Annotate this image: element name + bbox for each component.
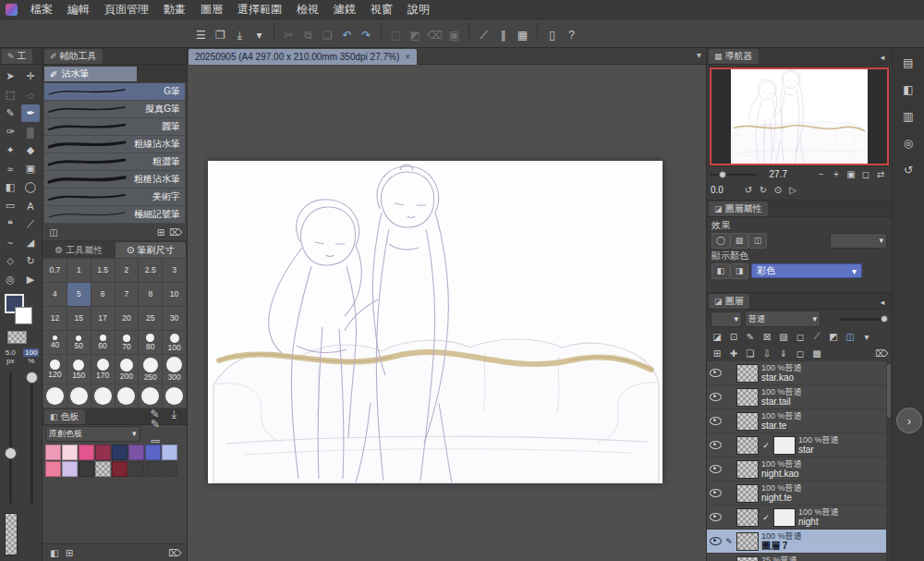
close-icon[interactable]: × xyxy=(405,52,410,62)
correct-line-tool[interactable]: ~ xyxy=(1,234,19,251)
menu-edit[interactable]: 編輯 xyxy=(60,3,97,16)
marquee-tool[interactable]: ⬚ xyxy=(1,86,19,104)
brush-size-cell[interactable]: 80 xyxy=(139,331,162,354)
zoom-tool[interactable]: ◎ xyxy=(1,271,19,288)
material-panel-tab[interactable]: ◧ xyxy=(898,80,918,99)
lock-layer-icon[interactable]: ⊠ xyxy=(760,330,774,344)
layer-row[interactable]: 100 %普通star.tail xyxy=(707,385,892,409)
brush-size-cell[interactable]: 40 xyxy=(43,331,67,354)
subtool-item[interactable]: 粗線沾水筆 xyxy=(44,136,185,153)
layer-visibility-toggle[interactable] xyxy=(709,417,722,425)
zoom-in-button[interactable]: + xyxy=(829,167,844,181)
dip-pen-tool[interactable]: ✒ xyxy=(21,104,40,122)
create-layer-mask-button[interactable]: ◻ xyxy=(793,347,808,360)
eyedropper-tool[interactable]: ◢ xyxy=(21,234,40,251)
menu-filter[interactable]: 濾鏡 xyxy=(326,3,363,16)
layer-property-panel-tab[interactable]: ◪ 圖層屬性 xyxy=(709,201,768,216)
subtool-group-tab[interactable]: ✐ 沾水筆 xyxy=(44,67,137,81)
brush-size-cell[interactable]: 70 xyxy=(116,331,139,354)
color-set-panel-tab[interactable]: ◧ 色板 xyxy=(44,409,85,424)
search-panel-tab[interactable]: ◎ xyxy=(898,134,918,152)
layers-panel-tab[interactable]: ◪ 圖層 xyxy=(709,294,749,309)
reset-rotation-button[interactable]: ⊙ xyxy=(771,183,785,197)
brush-size-cell[interactable]: 30 xyxy=(163,307,186,330)
new-raster-layer-button[interactable]: ⊞ xyxy=(710,347,724,360)
menu-selection[interactable]: 選擇範圍 xyxy=(230,3,289,16)
main-menu-button[interactable]: ☰ xyxy=(191,25,211,44)
brush-size-cell[interactable]: 0.7 xyxy=(43,259,67,282)
lock-transparent-pixels-icon[interactable]: ▨ xyxy=(776,330,791,344)
display-color-icon[interactable]: ◧ xyxy=(711,263,730,279)
timeline-tool[interactable]: ▶ xyxy=(21,271,40,288)
delete-color-button[interactable]: ⌦ xyxy=(167,545,182,560)
grid-button[interactable]: ▦ xyxy=(513,25,532,44)
color-swatch[interactable] xyxy=(79,445,94,460)
menu-page-management[interactable]: 頁面管理 xyxy=(97,3,156,16)
layer-thumbnail[interactable] xyxy=(736,556,759,561)
scrollbar-thumb[interactable] xyxy=(887,364,891,418)
snap-to-ruler-button[interactable]: ⟋ xyxy=(474,25,493,44)
rotate-view-tool[interactable]: ↻ xyxy=(21,252,40,270)
tab-tool-property[interactable]: ⚙ 工具屬性 xyxy=(43,242,115,258)
quick-access-panel-tab[interactable]: ▤ xyxy=(898,54,918,72)
companion-mode-button[interactable]: ▯ xyxy=(542,25,562,44)
brush-size-cell[interactable]: 10 xyxy=(163,283,186,306)
subtool-detail-icon[interactable]: ◫ xyxy=(46,225,61,239)
layer-palette-select[interactable]: ▾ xyxy=(711,311,742,327)
zoom-out-button[interactable]: − xyxy=(814,167,829,181)
layer-thumbnail[interactable] xyxy=(736,460,759,479)
export-button[interactable]: ⤓ xyxy=(230,25,249,44)
layer-thumbnail[interactable] xyxy=(736,508,759,527)
flip-horizontal-button[interactable]: ⇄ xyxy=(873,167,888,181)
menu-layer[interactable]: 圖層 xyxy=(193,3,230,16)
layer-visibility-toggle[interactable] xyxy=(709,393,722,401)
layer-visibility-toggle[interactable] xyxy=(709,369,722,377)
hand-tool[interactable]: ⬦ xyxy=(1,252,19,270)
menu-window[interactable]: 視窗 xyxy=(363,3,400,16)
color-swatch[interactable] xyxy=(45,461,61,477)
blend-tool[interactable]: ≈ xyxy=(1,160,19,177)
subtool-panel-tab[interactable]: ✐ 輔助工具 xyxy=(44,49,103,64)
layer-list-scrollbar[interactable] xyxy=(886,361,892,561)
brush-size-cell[interactable]: 12 xyxy=(43,307,67,330)
export-dropdown-arrow[interactable]: ▾ xyxy=(249,25,269,44)
operation-tool[interactable]: ➤ xyxy=(1,67,19,85)
color-set-select[interactable]: 原創色板▾ xyxy=(45,426,140,442)
layer-opacity-slider[interactable] xyxy=(840,314,888,323)
layer-row[interactable]: ✓100 %普通night xyxy=(707,506,892,530)
layer-thumbnail[interactable] xyxy=(736,412,759,431)
document-tab[interactable]: 20250905 (A4 297.00 x 210.00mm 350dpi 27… xyxy=(188,49,417,65)
menu-file[interactable]: 檔案 xyxy=(23,3,60,16)
layer-row[interactable]: ✎100 %普通圖層 7 xyxy=(707,530,892,554)
delete-layer-button[interactable]: ⌦ xyxy=(874,347,889,360)
layer-panel-menu-arrow[interactable]: ▾ xyxy=(859,330,874,344)
brush-size-cell[interactable]: 7 xyxy=(116,283,139,306)
layer-thumbnail[interactable] xyxy=(736,484,759,503)
layer-visibility-toggle[interactable] xyxy=(709,489,722,497)
apply-mask-button[interactable]: ▩ xyxy=(809,347,824,360)
brush-size-cell[interactable]: 2.5 xyxy=(139,259,162,282)
brush-size-cell[interactable]: 2 xyxy=(116,259,139,282)
secondary-color-chip[interactable] xyxy=(15,307,32,324)
layer-mask-thumbnail[interactable] xyxy=(773,508,796,527)
tab-brush-size[interactable]: ⊙ 筆刷尺寸 xyxy=(116,242,187,258)
merge-down-button[interactable]: ⇓ xyxy=(776,347,791,360)
color-mode-select[interactable]: 彩色▾ xyxy=(751,263,862,278)
brush-size-cell[interactable]: 1 xyxy=(67,259,91,282)
color-swatch[interactable] xyxy=(162,445,177,460)
frame-border-tool[interactable]: ▭ xyxy=(1,197,19,214)
panel-collapse-icon[interactable]: ◂ xyxy=(876,51,889,64)
brush-size-cell[interactable] xyxy=(116,384,139,408)
brush-size-cell[interactable]: 120 xyxy=(43,355,67,384)
airbrush-tool[interactable]: ▒ xyxy=(21,123,40,140)
layer-color-icon[interactable]: ◩ xyxy=(826,330,841,344)
redo-button[interactable]: ↷ xyxy=(357,25,376,44)
tab-bar-collapse-arrow[interactable]: ▾ xyxy=(697,50,701,60)
ruler-icon[interactable]: ⟋ xyxy=(809,330,824,344)
slider-knob[interactable] xyxy=(26,372,38,384)
reset-view-button[interactable]: ▷ xyxy=(785,183,800,197)
canvas[interactable] xyxy=(208,161,663,483)
color-swatch[interactable] xyxy=(45,445,61,460)
subtool-item[interactable]: 粗澀筆 xyxy=(44,153,185,171)
color-swatch[interactable] xyxy=(62,461,78,477)
